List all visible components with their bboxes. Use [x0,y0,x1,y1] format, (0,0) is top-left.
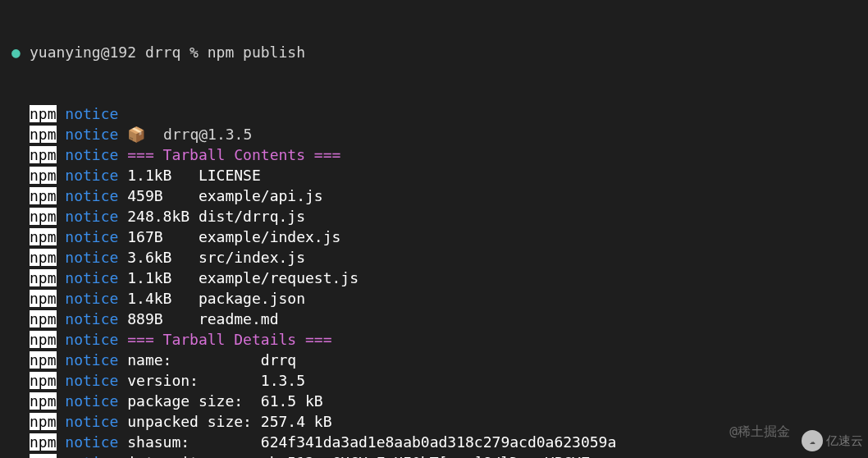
prompt-line: ●yuanying@192 drrq % npm publish [11,42,868,62]
log-text: 248.8kB dist/drrq.js [127,208,305,225]
log-level: notice [65,351,118,369]
log-text: name: drrq [127,351,296,369]
log-level: notice [65,105,118,122]
log-line: npm notice 1.1kB example/request.js [11,268,868,288]
npm-prefix: npm [30,167,57,184]
log-line: npm notice [11,103,868,124]
log-line: npm notice 3.6kB src/index.js [11,247,868,268]
log-line: npm notice package size: 61.5 kB [11,391,868,411]
npm-prefix: npm [30,351,57,369]
log-text: 167B example/index.js [127,228,340,245]
npm-prefix: npm [30,290,57,307]
log-text: 1.1kB LICENSE [127,167,261,184]
npm-prefix: npm [30,146,57,163]
log-level: notice [65,228,118,245]
npm-prefix: npm [30,228,57,245]
npm-prefix: npm [30,269,57,286]
log-line: npm notice 167B example/index.js [11,227,868,247]
log-text: 📦 drrq@1.3.5 [127,126,252,143]
watermark-juejin: @稀土掘金 [729,421,790,442]
npm-prefix: npm [30,433,57,451]
log-text: 3.6kB src/index.js [127,249,305,266]
log-level: notice [65,454,118,458]
log-level: notice [65,269,118,286]
log-level: notice [65,167,118,184]
log-level: notice [65,126,118,143]
npm-prefix: npm [30,249,57,266]
log-line: npm notice 1.1kB LICENSE [11,165,868,185]
npm-prefix: npm [30,208,57,225]
log-text: === Tarball Contents === [127,146,340,163]
npm-prefix: npm [30,126,57,143]
log-line: npm notice 889B readme.md [11,309,868,329]
npm-prefix: npm [30,413,57,430]
log-line: npm notice name: drrq [11,350,868,370]
log-text: unpacked size: 257.4 kB [127,413,331,430]
log-text: 1.1kB example/request.js [127,269,359,286]
log-level: notice [65,372,118,389]
npm-prefix: npm [30,392,57,410]
log-level: notice [65,208,118,225]
watermark-yisu: ☁ 亿速云 [802,430,863,451]
log-level: notice [65,187,118,204]
npm-prefix: npm [30,331,57,348]
log-level: notice [65,392,118,410]
log-text: package size: 61.5 kB [127,392,322,410]
npm-prefix: npm [30,454,57,458]
log-level: notice [65,249,118,266]
log-line: npm notice === Tarball Contents === [11,144,868,165]
log-line: npm notice 459B example/api.js [11,185,868,206]
prompt-dir: drrq [145,44,180,61]
log-line: npm notice === Tarball Details === [11,329,868,350]
log-line: npm notice 248.8kB dist/drrq.js [11,206,868,227]
npm-prefix: npm [30,187,57,204]
cloud-icon: ☁ [802,430,823,451]
log-line: npm notice integrity: sha512-u6HCXzEpUI0… [11,452,868,458]
log-text: integrity: sha512-u6HCXzEpUI0hT[...]8/lD… [127,454,616,458]
log-text: === Tarball Details === [127,331,331,348]
log-line: npm notice 1.4kB package.json [11,288,868,309]
log-line: npm notice version: 1.3.5 [11,370,868,391]
log-line: npm notice 📦 drrq@1.3.5 [11,124,868,144]
log-level: notice [65,310,118,327]
prompt-user: yuanying@192 [30,44,136,61]
command: npm publish [208,44,305,61]
log-text: 889B readme.md [127,310,278,327]
bullet-icon: ● [11,42,30,62]
log-text: version: 1.3.5 [127,372,305,389]
log-level: notice [65,413,118,430]
log-text: shasum: 624f341da3ad1e8aab0ad318c279acd0… [127,433,616,451]
log-text: 459B example/api.js [127,187,322,204]
log-text: 1.4kB package.json [127,290,305,307]
log-level: notice [65,433,118,451]
npm-prefix: npm [30,372,57,389]
terminal-output[interactable]: ●yuanying@192 drrq % npm publish npm not… [0,1,868,458]
log-level: notice [65,331,118,348]
log-level: notice [65,290,118,307]
log-level: notice [65,146,118,163]
npm-prefix: npm [30,310,57,327]
npm-prefix: npm [30,105,57,122]
